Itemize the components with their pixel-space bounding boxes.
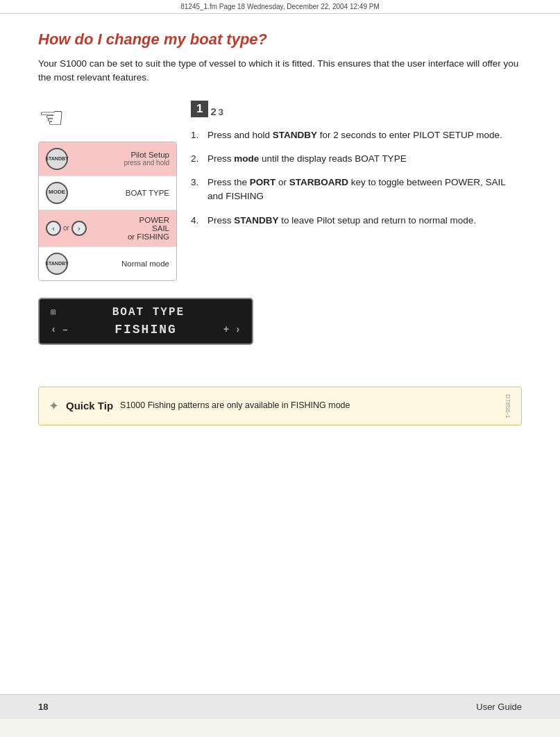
meta-file-info: 81245_1.fm Page 18 Wednesday, December 2… xyxy=(180,3,379,10)
step-num-3: 3 xyxy=(219,107,223,117)
diagram-pilot-setup-label: Pilot Setup press and hold xyxy=(74,151,169,167)
standby-keyword: STANDBY xyxy=(273,130,317,140)
standby-keyword-2: STANDBY xyxy=(234,215,278,226)
footer-page-num: 18 xyxy=(38,702,48,712)
quick-tip-text: S1000 Fishing patterns are only availabl… xyxy=(120,400,495,412)
footer-title: User Guide xyxy=(476,702,522,712)
display-nav-right: + › xyxy=(223,324,241,335)
finger-icon: ☞ xyxy=(38,101,65,135)
diagram-box: STANDBY Pilot Setup press and hold MODE … xyxy=(38,142,177,281)
display-icon: ⊞ xyxy=(51,307,56,318)
bulb-icon: ✦ xyxy=(49,398,59,414)
step-num-1: 1 xyxy=(191,101,208,117)
diagram-row-standby: STANDBY Pilot Setup press and hold xyxy=(39,142,176,176)
diagram-row-arrows: ‹ or › POWER SAIL or FISHING xyxy=(39,210,176,247)
display-nav-left: ‹ – xyxy=(51,324,68,335)
diagram-power-sail-label: POWER SAIL or FISHING xyxy=(92,216,169,241)
tip-id: D7856-1 xyxy=(502,394,511,418)
page-title: How do I change my boat type? xyxy=(38,31,522,49)
diagram-row-normal: STANDBY Normal mode xyxy=(39,247,176,280)
step-2: Press mode until the display reads BOAT … xyxy=(191,152,522,166)
step-1-text: Press and hold STANDBY for 2 seconds to … xyxy=(207,128,522,142)
meta-bar: 81245_1.fm Page 18 Wednesday, December 2… xyxy=(0,0,560,14)
step-4: Press STANDBY to leave Pilot setup and r… xyxy=(191,214,522,228)
display-top-row: ⊞ BOAT TYPE xyxy=(51,306,241,319)
intro-text: Your S1000 can be set to suit the type o… xyxy=(38,57,522,85)
step-2-text: Press mode until the display reads BOAT … xyxy=(207,152,522,166)
arrow-buttons-group: ‹ or › xyxy=(46,221,87,236)
display-panel-wrapper: ⊞ BOAT TYPE ‹ – FISHING + › xyxy=(38,298,522,345)
diagram-row-mode: MODE BOAT TYPE xyxy=(39,176,176,210)
mode-button-icon: MODE xyxy=(46,182,68,204)
port-arrow-icon: ‹ xyxy=(46,221,61,236)
footer: 18 User Guide xyxy=(0,694,560,719)
step-3-text: Press the PORT or STARBOARD key to toggl… xyxy=(207,176,522,204)
step-3: Press the PORT or STARBOARD key to toggl… xyxy=(191,176,522,204)
main-layout: ☞ STANDBY Pilot Setup press and hold MOD… xyxy=(38,101,522,281)
mode-keyword: mode xyxy=(234,153,259,164)
step-1: Press and hold STANDBY for 2 seconds to … xyxy=(191,128,522,142)
steps-numbering: 1 2 3 xyxy=(191,101,522,117)
display-bottom-row: ‹ – FISHING + › xyxy=(51,323,241,337)
diagram-boat-type-label: BOAT TYPE xyxy=(74,189,169,197)
starboard-keyword: STARBOARD xyxy=(289,177,348,187)
quick-tip-area: ✦ Quick Tip S1000 Fishing patterns are o… xyxy=(38,387,522,426)
standby-button-2-icon: STANDBY xyxy=(46,253,68,275)
main-content: How do I change my boat type? Your S1000… xyxy=(0,14,560,694)
left-column: ☞ STANDBY Pilot Setup press and hold MOD… xyxy=(38,101,177,281)
display-boat-type-title: BOAT TYPE xyxy=(56,306,241,319)
display-value-fishing: FISHING xyxy=(68,323,223,337)
quick-tip-label: Quick Tip xyxy=(66,400,113,412)
step-num-2: 2 xyxy=(210,105,216,117)
steps-column: 1 2 3 Press and hold STANDBY for 2 secon… xyxy=(191,101,522,281)
step-4-text: Press STANDBY to leave Pilot setup and r… xyxy=(207,214,522,228)
standby-button-icon: STANDBY xyxy=(46,148,68,170)
steps-list: Press and hold STANDBY for 2 seconds to … xyxy=(191,128,522,228)
starboard-arrow-icon: › xyxy=(71,221,87,236)
diagram-normal-mode-label: Normal mode xyxy=(74,260,169,268)
port-keyword: PORT xyxy=(250,177,276,187)
display-panel: ⊞ BOAT TYPE ‹ – FISHING + › xyxy=(38,298,253,345)
